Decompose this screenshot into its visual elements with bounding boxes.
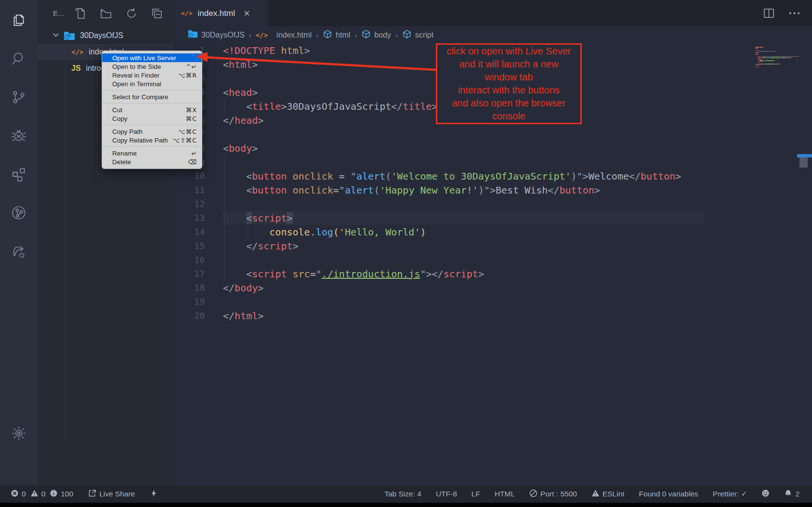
menu-item-select-for-compare[interactable]: Select for Compare [102, 92, 202, 101]
status-lf[interactable]: LF [471, 490, 480, 498]
code-line-10: 10 <button onclick = "alert('Welcome to … [173, 169, 812, 183]
gitlens-icon[interactable] [0, 197, 38, 228]
status-port-5500[interactable]: Port : 5500 [529, 489, 577, 499]
annotation-text-line: window tab [437, 71, 580, 84]
folder-icon [64, 31, 75, 40]
menu-shortcut: ⌘C [186, 115, 197, 122]
menu-shortcut: ⌥⌘C [178, 128, 197, 135]
code-line-18: 18</body> [173, 281, 812, 295]
status-tab-size-4[interactable]: Tab Size: 4 [384, 490, 421, 498]
status-bar: 00100Live Share Tab Size: 4UTF-8LFHTMLPo… [0, 485, 812, 503]
code-line-9: 9 [173, 155, 812, 169]
js-icon: JS [71, 64, 81, 73]
source-control-icon[interactable] [0, 82, 38, 113]
scrollbar-thumb[interactable] [799, 157, 808, 168]
menu-item-open-to-the-side[interactable]: Open to the Side^↵ [102, 62, 202, 71]
menu-item-copy-relative-path[interactable]: Copy Relative Path⌥⇧⌘C [102, 136, 202, 144]
chevron-down-icon [52, 31, 60, 40]
menu-shortcut: ⌥⇧⌘C [173, 137, 197, 144]
warning-icon [30, 489, 39, 499]
status-eslint[interactable]: ESLint [591, 489, 625, 499]
menu-separator [102, 125, 202, 125]
menu-item-cut[interactable]: Cut⌘X [102, 105, 202, 114]
explorer-header: E... [38, 0, 173, 26]
annotation-text-line: and also open the browser [437, 97, 580, 110]
live-share-icon[interactable] [0, 236, 38, 267]
code-line-8: 8<body> [173, 141, 812, 155]
menu-item-reveal-in-finder[interactable]: Reveal in Finder⌥⌘R [102, 71, 202, 79]
activity-bar [0, 0, 38, 503]
menu-item-copy[interactable]: Copy⌘C [102, 114, 202, 123]
status-2[interactable]: 2 [784, 489, 799, 499]
status-smiley-icon[interactable] [761, 489, 770, 499]
status-0[interactable]: 0 [30, 489, 46, 499]
status-lightning-icon[interactable] [150, 489, 158, 499]
collapse-all-icon[interactable] [151, 7, 163, 20]
status-utf-8[interactable]: UTF-8 [436, 490, 457, 498]
status-live-share[interactable]: Live Share [88, 489, 135, 499]
explorer-icon[interactable] [0, 5, 38, 36]
menu-shortcut: ⌘X [186, 106, 197, 114]
code-line-20: 20</html> [173, 309, 812, 323]
code-line-13: 13 <script> [173, 211, 812, 225]
circle-slash-icon [529, 489, 537, 499]
tree-root-folder[interactable]: 30DaysOfJS [38, 27, 173, 44]
tab-bar: </> index.html × [173, 0, 812, 26]
menu-item-rename[interactable]: Rename↵ [102, 149, 202, 157]
info-icon [50, 489, 58, 499]
search-icon[interactable] [0, 43, 38, 74]
breadcrumb-item-html[interactable]: html [323, 29, 350, 41]
breadcrumb-separator: › [249, 31, 251, 39]
code-line-12: 12 [173, 197, 812, 211]
breadcrumb-item-30DaysOfJS[interactable]: 30DaysOfJS [188, 30, 245, 40]
breadcrumb-item-script[interactable]: script [402, 29, 433, 41]
extensions-icon[interactable] [0, 159, 38, 190]
new-folder-icon[interactable] [100, 7, 112, 20]
tree-indent-guide [65, 45, 65, 441]
breadcrumb-item-body[interactable]: body [361, 29, 391, 41]
debug-icon[interactable] [0, 120, 38, 151]
menu-item-delete[interactable]: Delete⌫ [102, 157, 202, 166]
folder-icon [188, 30, 198, 40]
code-line-17: 17 <script src="./introduction.js"></scr… [173, 267, 812, 281]
root-folder-label: 30DaysOfJS [80, 31, 123, 40]
code-line-11: 11 <button onclick="alert('Happy New Yea… [173, 183, 812, 197]
menu-shortcut: ⌫ [188, 158, 197, 166]
symbol-cube-icon [323, 29, 332, 41]
html-code-icon: </> [181, 10, 192, 17]
annotation-text-line: click on open with Live Sever [437, 45, 580, 58]
status-100[interactable]: 100 [50, 489, 73, 499]
live-share-icon [88, 489, 96, 499]
status-prettier-[interactable]: Prettier: ✓ [713, 490, 747, 498]
menu-separator [102, 103, 202, 104]
close-icon[interactable]: × [244, 8, 250, 19]
tab-index-html[interactable]: </> index.html × [173, 0, 268, 26]
minimap[interactable] [755, 47, 799, 68]
html-code-icon: </> [71, 48, 83, 56]
refresh-icon[interactable] [125, 7, 138, 20]
explorer-title: E... [53, 9, 65, 17]
settings-gear-icon[interactable] [0, 418, 38, 449]
smiley-icon [761, 489, 770, 499]
symbol-cube-icon [402, 29, 412, 41]
lightning-icon [150, 489, 158, 499]
minimap-border [797, 43, 798, 485]
annotation-text-line: and it will launch a new [437, 58, 580, 71]
scrollbar-decoration [797, 154, 812, 157]
split-editor-icon[interactable] [763, 7, 775, 19]
html-code-icon: </> [256, 31, 268, 39]
status-html[interactable]: HTML [495, 490, 515, 498]
symbol-cube-icon [361, 29, 371, 41]
status-found-0-variables[interactable]: Found 0 variables [639, 490, 698, 498]
menu-item-copy-path[interactable]: Copy Path⌥⌘C [102, 127, 202, 136]
breadcrumb: 30DaysOfJS›</>index.html›html›body›scrip… [173, 26, 812, 43]
menu-item-open-in-terminal[interactable]: Open in Terminal [102, 79, 202, 88]
breadcrumb-separator: › [395, 31, 398, 39]
menu-item-open-with-live-server[interactable]: Open with Live Server [102, 53, 202, 62]
bell-icon [784, 489, 792, 499]
more-actions-icon[interactable] [788, 7, 800, 19]
breadcrumb-separator: › [354, 31, 357, 39]
status-0[interactable]: 0 [11, 489, 26, 499]
new-file-icon[interactable] [74, 7, 87, 20]
breadcrumb-item-index.html[interactable]: </>index.html [256, 31, 312, 39]
